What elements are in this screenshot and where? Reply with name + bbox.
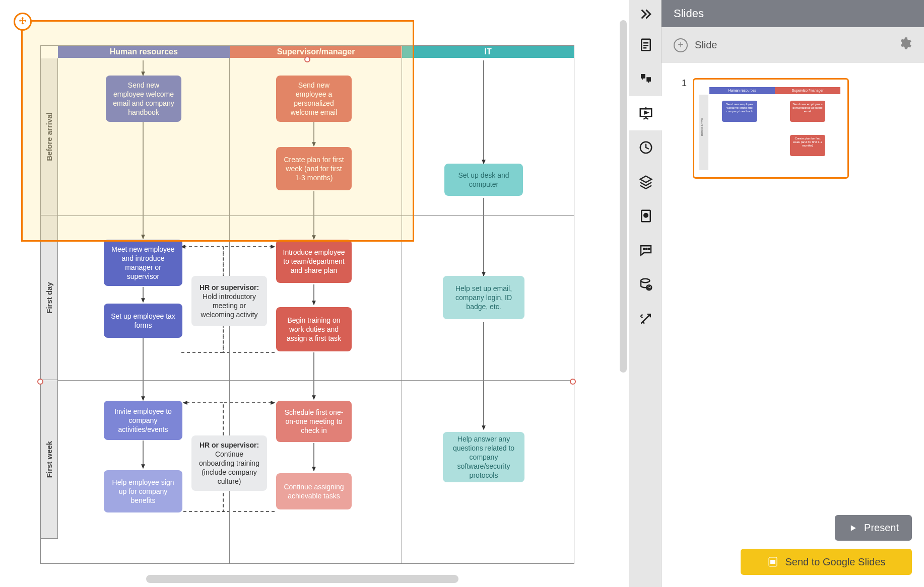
- node-sv-welcome[interactable]: Send new employee a personalized welcome…: [276, 76, 352, 122]
- chat-icon[interactable]: [629, 233, 662, 267]
- send-google-slides-button[interactable]: Send to Google Slides: [741, 549, 912, 575]
- add-slide-button[interactable]: + Slide: [674, 38, 717, 52]
- node-hr-benefits[interactable]: Help employee sign up for company benefi…: [104, 470, 182, 512]
- node-hr-tax[interactable]: Set up employee tax forms: [104, 304, 182, 338]
- node-it-answer[interactable]: Help answer any questions related to com…: [443, 432, 524, 482]
- node-it-help[interactable]: Help set up email, company login, ID bad…: [443, 276, 524, 319]
- node-sv-intro[interactable]: Introduce employee to team/department an…: [276, 240, 352, 283]
- panel-title: Slides: [662, 0, 924, 27]
- slide-thumb-item[interactable]: 1 Human resources Supervisor/manager Bef…: [682, 78, 904, 179]
- resize-handle[interactable]: [37, 379, 43, 385]
- row-divider: [58, 215, 574, 216]
- svg-rect-10: [770, 560, 775, 564]
- google-label: Send to Google Slides: [785, 556, 885, 568]
- move-handle-icon[interactable]: [14, 13, 32, 31]
- thumb-col-hr: Human resources: [709, 87, 775, 94]
- slides-panel: Slides + Slide 1 Human resources Supervi…: [662, 0, 924, 587]
- node-hr-invite[interactable]: Invite employee to company activities/ev…: [104, 401, 182, 440]
- bold-label: HR or supervisor:: [200, 441, 259, 449]
- layers-icon[interactable]: [629, 165, 662, 199]
- slide-number: 1: [682, 78, 687, 89]
- panel-footer: Present Send to Google Slides: [662, 503, 924, 587]
- rest-label: Continue onboarding training (include co…: [199, 450, 259, 486]
- horizontal-scrollbar[interactable]: [146, 575, 458, 583]
- add-slide-label: Slide: [695, 39, 717, 51]
- vertical-scrollbar[interactable]: [620, 20, 627, 373]
- svg-point-6: [648, 248, 650, 250]
- node-sv-plan[interactable]: Create plan for first week (and for firs…: [276, 147, 352, 190]
- collapse-panel-icon[interactable]: [629, 0, 662, 28]
- history-icon[interactable]: [629, 130, 662, 165]
- node-hr-meet[interactable]: Meet new employee and introduce manager …: [104, 240, 182, 286]
- thumb-node: Send new employee a personalized welcome…: [790, 101, 825, 122]
- add-slide-bar: + Slide: [662, 27, 924, 63]
- thumb-col-sv: Supervisor/manager: [775, 87, 840, 94]
- present-label: Present: [864, 522, 899, 534]
- node-sv-schedule[interactable]: Schedule first one-on-one meeting to che…: [276, 401, 352, 442]
- svg-point-7: [641, 279, 650, 283]
- node-sv-assign[interactable]: Continue assigning achievable tasks: [276, 473, 352, 509]
- data-link-icon[interactable]: [629, 267, 662, 302]
- google-slides-icon: [767, 556, 779, 568]
- play-icon: [848, 523, 858, 533]
- resize-handle[interactable]: [304, 56, 310, 62]
- plus-icon: +: [674, 38, 688, 52]
- node-it-desk[interactable]: Set up desk and computer: [444, 164, 523, 196]
- rest-label: Hold introductory meeting or welcoming a…: [201, 292, 258, 319]
- col-divider: [402, 58, 402, 564]
- resize-handle[interactable]: [570, 379, 576, 385]
- slides-list: 1 Human resources Supervisor/manager Bef…: [662, 63, 924, 503]
- row-divider: [58, 380, 574, 381]
- thumb-row: Before arrival: [699, 95, 708, 170]
- node-sv-train[interactable]: Begin training on work duties and assign…: [276, 307, 352, 351]
- node-hr-introductory-meeting[interactable]: HR or supervisor: Hold introductory meet…: [191, 276, 267, 326]
- comment-icon[interactable]: [629, 62, 662, 96]
- side-toolbar: [629, 0, 662, 587]
- thumb-node: Create plan for first week (and for firs…: [790, 135, 825, 156]
- svg-point-4: [643, 248, 645, 250]
- thumb-node: Send new employee welcome email and comp…: [722, 101, 757, 122]
- magic-icon[interactable]: [629, 302, 662, 336]
- svg-point-5: [646, 248, 647, 250]
- diagram-canvas[interactable]: Human resources Supervisor/manager IT Be…: [0, 0, 629, 587]
- slide-thumbnail[interactable]: Human resources Supervisor/manager Befor…: [693, 78, 849, 179]
- node-hr-onboarding[interactable]: HR or supervisor: Continue onboarding tr…: [191, 435, 267, 491]
- presentation-icon[interactable]: [629, 96, 662, 130]
- node-hr-welcome[interactable]: Send new employee welcome email and comp…: [106, 76, 181, 122]
- bold-label: HR or supervisor:: [200, 283, 259, 291]
- page-settings-icon[interactable]: [629, 28, 662, 62]
- gear-icon[interactable]: [898, 36, 912, 54]
- present-button[interactable]: Present: [835, 515, 912, 541]
- theme-icon[interactable]: [629, 199, 662, 233]
